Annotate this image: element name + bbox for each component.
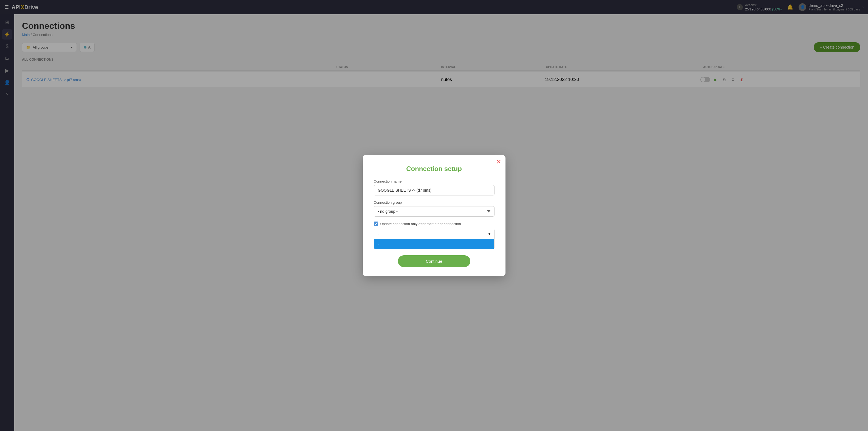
continue-button[interactable]: Continue [398,255,470,267]
connection-name-label: Connection name [374,179,495,183]
dropdown-value: - [378,232,379,236]
update-after-checkbox[interactable] [374,221,378,226]
dropdown-options: - [374,239,494,249]
dropdown-option-dash[interactable]: - [374,239,494,249]
connection-group-label: Connection group [374,201,495,205]
connection-group-select[interactable]: - no group - [374,206,495,217]
checkbox-label: Update connection only after start other… [380,222,461,226]
connection-name-group: Connection name [374,179,495,195]
checkbox-row: Update connection only after start other… [374,221,495,226]
modal-title: Connection setup [374,165,495,173]
modal-overlay: ✕ Connection setup Connection name Conne… [0,0,868,431]
close-button[interactable]: ✕ [496,159,501,165]
connection-name-input[interactable] [374,185,495,195]
dropdown-field[interactable]: - ▾ [374,229,494,239]
dropdown-container: - ▾ - [374,229,495,249]
connection-group-group: Connection group - no group - [374,201,495,217]
dropdown-chevron-icon: ▾ [489,232,490,236]
dropdown-open: - ▾ - [374,229,495,249]
modal: ✕ Connection setup Connection name Conne… [363,155,505,276]
